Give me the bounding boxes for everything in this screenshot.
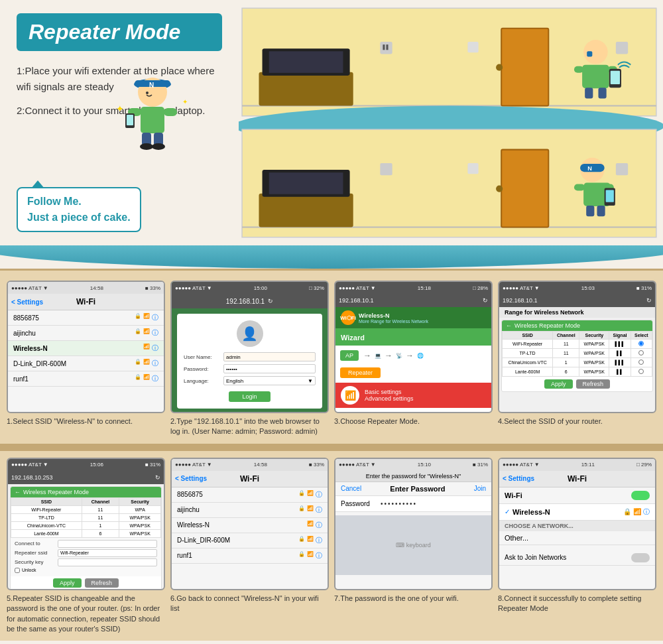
ssid-row[interactable]: WiFi-Repeater 11 WPA xyxy=(11,505,161,513)
ask-join-toggle[interactable] xyxy=(631,553,650,562)
wifi6-item-8856875[interactable]: 8856875 🔒 📶 ⓘ xyxy=(172,487,328,503)
info-icon[interactable]: ⓘ xyxy=(316,521,322,530)
wifi-toggle[interactable] xyxy=(631,491,650,500)
ssid-select[interactable] xyxy=(631,340,652,349)
ssid-row[interactable]: ChinaUnicom-VTC 1 WPA/PSK xyxy=(11,521,161,529)
phone6-nav-title: Wi-Fi xyxy=(240,474,259,483)
ssid-select[interactable] xyxy=(631,349,652,358)
svg-rect-5 xyxy=(141,107,164,133)
ssid-row-2[interactable]: TP-LTD 11 WPA/PSK ▌▌ xyxy=(503,349,652,358)
lock-icon: 🔒 xyxy=(298,551,305,560)
info-icon[interactable]: ⓘ xyxy=(152,313,158,322)
basic-settings-link[interactable]: Basic settings xyxy=(365,389,414,395)
ssid-row[interactable]: TP-LTD 11 WPA/PSK xyxy=(11,513,161,521)
phone5-refresh-button[interactable]: Refresh xyxy=(85,578,119,588)
connected-network-row[interactable]: ✓ Wireless-N 🔒 📶 ⓘ xyxy=(499,504,655,521)
repeater-ssid-input[interactable]: Wifi-Repeater xyxy=(58,549,157,557)
phone6-back[interactable]: < Settings xyxy=(175,475,207,482)
ssid-select[interactable] xyxy=(631,358,652,367)
back-arrow-icon[interactable]: ← xyxy=(15,489,21,495)
info-icon[interactable]: ⓘ xyxy=(316,490,322,499)
repeater-button-container: Repeater xyxy=(335,365,491,383)
cancel-button[interactable]: Cancel xyxy=(341,485,361,492)
lock-icon: 🔒 xyxy=(135,328,141,338)
ssid-select[interactable] xyxy=(631,367,652,377)
caption7: 7.The password is the one of your wifi. xyxy=(334,594,493,604)
ssid-signal: ▌▌ xyxy=(609,367,631,377)
phone5-battery: ■ 31% xyxy=(145,462,160,468)
password-row: Password: •••••• xyxy=(184,364,316,373)
phone5-address-bar[interactable]: 192.168.10.253 ↻ xyxy=(8,471,164,484)
wifi-item-aijinchu[interactable]: aijinchu 🔒 📶 ⓘ xyxy=(8,326,164,341)
other-network-row[interactable]: Other... xyxy=(499,531,655,545)
phone1-back[interactable]: < Settings xyxy=(11,298,43,306)
ssid-row[interactable]: Lante-600M 6 WPA/PSK xyxy=(11,529,161,537)
wifi6-item-wireless-n[interactable]: Wireless-N 📶 ⓘ xyxy=(172,518,328,533)
phone7-pass-value[interactable]: •••••••••• xyxy=(381,500,417,507)
info-icon[interactable]: ⓘ xyxy=(152,328,158,338)
username-input[interactable]: admin xyxy=(223,352,316,361)
info-icon[interactable]: ⓘ xyxy=(316,505,322,515)
wifi6-item-aijinchu[interactable]: aijinchu 🔒 📶 ⓘ xyxy=(172,503,328,518)
join-button[interactable]: Join xyxy=(474,485,486,492)
info-icon[interactable]: ⓘ xyxy=(152,344,158,353)
lock-icon: 🔒 xyxy=(135,313,141,322)
connect-input[interactable] xyxy=(58,540,157,548)
phone7-pass-label: Password xyxy=(341,500,381,507)
refresh-icon[interactable]: ↻ xyxy=(483,297,488,304)
svg-text:✦: ✦ xyxy=(182,98,188,105)
phone2-status: ●●●●● AT&T ▼ 15:00 □ 32% xyxy=(172,282,328,294)
wifi-item-wireless-n[interactable]: Wireless-N 📶 ⓘ xyxy=(8,341,164,356)
phone5-apply-button[interactable]: Apply xyxy=(53,578,82,588)
wifi-signal-icon: 📶 xyxy=(143,359,150,368)
info-icon[interactable]: ⓘ xyxy=(643,507,650,517)
refresh-button[interactable]: Refresh xyxy=(576,379,611,389)
repeater-mode-title: Wireless Repeater Mode xyxy=(514,322,580,329)
wifi-signal-icon: 📶 xyxy=(307,521,314,530)
phone4-address-bar[interactable]: 192.168.10.1 ↻ xyxy=(499,294,655,307)
room-illustration: N xyxy=(239,0,663,245)
ap-mode-button[interactable]: AP xyxy=(340,350,359,361)
phone2-address-bar[interactable]: 192.168.10.1 ↻ xyxy=(172,294,328,308)
wifi6-item-dlink[interactable]: D-Link_DIR-600M 🔒 📶 ⓘ xyxy=(172,533,328,548)
title-box: Repeater Mode xyxy=(17,13,222,51)
refresh-icon[interactable]: ↻ xyxy=(646,297,652,304)
phone8-back[interactable]: < Settings xyxy=(503,475,534,482)
ssid-row-1[interactable]: WiFi-Repeater 11 WPA/PSK ▌▌▌ xyxy=(503,340,652,349)
info-icon[interactable]: ⓘ xyxy=(152,359,158,368)
phone7-container: ●●●●● AT&T ▼ 15:10 ■ 31% Enter the passw… xyxy=(334,458,493,635)
back-arrow-icon[interactable]: ← xyxy=(506,322,512,329)
apply-button[interactable]: Apply xyxy=(544,379,573,389)
repeater-ssid-row: Repeater ssid Wifi-Repeater xyxy=(15,549,157,557)
refresh-icon[interactable]: ↻ xyxy=(268,298,273,304)
ssid-security: WPA/PSK xyxy=(119,521,161,529)
wifi-icons: 🔒 📶 ⓘ xyxy=(298,551,322,560)
unlock-checkbox[interactable] xyxy=(15,568,20,573)
ssid-security: WPA/PSK xyxy=(579,349,609,358)
language-select[interactable]: English▼ xyxy=(223,376,316,385)
brand-text: Wireless-N More Range for Wireless Netwo… xyxy=(359,312,428,324)
refresh-icon[interactable]: ↻ xyxy=(155,474,160,481)
info-icon[interactable]: ⓘ xyxy=(152,374,158,383)
repeater-icon-mid: 📡 xyxy=(396,353,402,359)
wifi-item-8856875[interactable]: 8856875 🔒 📶 ⓘ xyxy=(8,310,164,326)
wifi6-item-runf1[interactable]: runf1 🔒 📶 ⓘ xyxy=(172,548,328,564)
phone8-navbar: < Settings Wi-Fi xyxy=(499,471,655,487)
repeater-ssid-label: Repeater ssid xyxy=(15,550,54,556)
language-label: Language: xyxy=(184,378,223,384)
info-icon[interactable]: ⓘ xyxy=(316,536,322,545)
phone3-address-bar[interactable]: 192.168.10.1 ↻ xyxy=(335,294,491,307)
login-button[interactable]: Login xyxy=(229,391,270,402)
bottom-screenshots-row: ●●●●● AT&T ▼ 15:06 ■ 31% 192.168.10.253 … xyxy=(7,458,656,635)
ssid-security: WPA/PSK xyxy=(579,358,609,367)
wifi-item-runf1[interactable]: runf1 🔒 📶 ⓘ xyxy=(8,371,164,387)
info-icon[interactable]: ⓘ xyxy=(316,551,322,560)
advanced-settings-link[interactable]: Advanced settings xyxy=(365,395,414,402)
phone6-navbar: < Settings Wi-Fi xyxy=(172,471,328,487)
ssid-row-4[interactable]: Lante-600M 6 WPA/PSK ▌▌ xyxy=(503,367,652,377)
wifi-item-dlink[interactable]: D-Link_DIR-600M 🔒 📶 ⓘ xyxy=(8,356,164,371)
repeater-mode-button[interactable]: Repeater xyxy=(340,367,381,378)
password-input[interactable]: •••••• xyxy=(223,364,316,373)
security-key-input[interactable] xyxy=(58,558,157,566)
ssid-row-3[interactable]: ChinaUnicom-VTC 1 WPA/PSK ▌▌▌ xyxy=(503,358,652,367)
